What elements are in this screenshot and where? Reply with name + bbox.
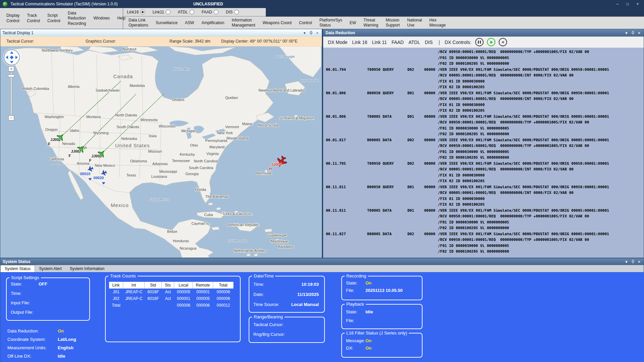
- zoom-in-button[interactable]: +: [8, 66, 14, 71]
- panel-close-icon[interactable]: ×: [636, 30, 642, 36]
- dx-stop-button[interactable]: ×: [499, 38, 507, 46]
- toolbar-button-ew[interactable]: EW: [346, 20, 360, 25]
- panel-menu-icon[interactable]: ▾: [623, 259, 630, 264]
- group-row: Time Source:Local Manual: [249, 302, 324, 309]
- toolbar-button-threat[interactable]: Threat Warning: [360, 18, 382, 28]
- table-row[interactable]: J02JREAP-C6016FAct000001000005000006: [109, 295, 234, 302]
- map-label-nevada: Nevada: [62, 142, 75, 146]
- toolbar-button-information[interactable]: Information Management: [228, 18, 259, 28]
- tactical-display-panel: Tactical Display 1 ▾ × Tactical Cursor: …: [0, 29, 322, 258]
- tab-system-information[interactable]: System Information: [66, 265, 108, 272]
- close-icon[interactable]: ×: [633, 0, 643, 8]
- panel-menu-icon[interactable]: ▾: [623, 30, 630, 36]
- pin-icon[interactable]: [630, 259, 636, 264]
- panel-close-icon[interactable]: ×: [314, 30, 320, 36]
- zoom-out-button[interactable]: −: [8, 115, 14, 120]
- radio-faad[interactable]: FAAD: [202, 10, 218, 14]
- pan-right-icon[interactable]: [15, 56, 18, 59]
- tactical-map[interactable]: Northwest TerritoryNunavutHudson BayDavi…: [0, 46, 322, 258]
- tab-system-status[interactable]: System Status: [0, 265, 35, 272]
- log-time: 00.01.806: [326, 91, 346, 95]
- log-text: /F02 ID 0000100205 VL 0000000000: [438, 226, 509, 230]
- radio-circle-icon[interactable]: [214, 10, 218, 14]
- column-header-sts: Sts: [162, 282, 174, 289]
- panel-menu-icon[interactable]: ▾: [301, 30, 308, 36]
- log-line: /RCV 00005:00001:00001/REQ 0000000000/IN…: [323, 190, 644, 196]
- panel-close-icon[interactable]: ×: [636, 259, 642, 264]
- toolbar-button-amplification[interactable]: Amplification: [198, 20, 228, 25]
- dx-tab-dis[interactable]: DIS: [425, 40, 433, 45]
- radio-dis[interactable]: DIS: [226, 10, 239, 14]
- log-line: 00.11.811T00005 DATAD0100000/VER IEEE V9…: [323, 208, 644, 214]
- menu-item-script[interactable]: Script Control: [44, 13, 64, 23]
- pin-icon[interactable]: [630, 30, 636, 36]
- dx-tab-faad[interactable]: FAAD: [392, 40, 404, 45]
- dx-tab-atdl[interactable]: ATDL: [408, 40, 420, 45]
- log-text: /F01 ID 0000030000 VL 0000000005: [438, 244, 509, 248]
- system-status-panel: System Status ▾ × System StatusSystem Al…: [0, 258, 644, 362]
- map-label-quebec: Quebec: [225, 96, 238, 100]
- column-header-std: Std: [145, 282, 162, 289]
- map-label-iowa: Iowa: [149, 134, 157, 138]
- map-label-ontario: Ontario: [172, 98, 184, 102]
- menu-item-track[interactable]: Track Control: [23, 13, 44, 23]
- log-text: /VER IEEE V98/EX 001/FAM Simulate/SEC 00…: [438, 91, 609, 95]
- pan-compass[interactable]: [4, 49, 20, 65]
- field-label: Message:: [346, 338, 365, 343]
- log-text: /FIX 01 ID 0000030000: [438, 103, 485, 107]
- map-label-nunavut: Nunavut: [122, 47, 136, 51]
- log-line: /FIX 01 ID 0000030000: [323, 196, 644, 202]
- toolbar-button-mission[interactable]: Mission Support: [382, 18, 403, 28]
- dx-tab-link-11[interactable]: Link 11: [372, 40, 387, 45]
- system-status-tabs: System StatusSystem AlertSystem Informat…: [0, 265, 644, 272]
- toolbar-button-surveillance[interactable]: Surveillance: [152, 20, 181, 25]
- pan-up-icon[interactable]: [10, 51, 13, 54]
- dx-pause-button[interactable]: [475, 38, 484, 46]
- field-label: Coordinate System:: [7, 337, 46, 342]
- log-text: /VER IEEE V98/EX 001/FAM Simulate/SEC 00…: [438, 185, 609, 189]
- radio-link16[interactable]: Link16: [127, 10, 145, 14]
- toolbar-button-asw[interactable]: ASW: [181, 20, 198, 25]
- zoom-slider-handle[interactable]: [8, 74, 14, 77]
- pin-icon[interactable]: [308, 30, 314, 36]
- log-line: /F02 ID 0000100205 VL 0000000000: [323, 132, 644, 138]
- toolbar-button-platform-sys[interactable]: Platform/Sys Status: [316, 18, 346, 28]
- pan-left-icon[interactable]: [6, 56, 8, 59]
- menu-item-display[interactable]: Display Control: [3, 13, 23, 23]
- table-row[interactable]: J01JREAP-C6016FAct000005000001000006: [109, 289, 234, 295]
- minimize-icon[interactable]: ─: [612, 0, 623, 8]
- tacsim-window: Tactical Communications Simulator (TacSI…: [0, 0, 644, 362]
- zoom-slider-track[interactable]: [10, 72, 12, 115]
- map-label-st-pierre-miquelon: St. Pierre & Miquelon: [279, 116, 314, 120]
- dx-play-button[interactable]: [487, 38, 495, 46]
- toolbar-button-weapons-coord[interactable]: Weapons Coord: [259, 20, 296, 25]
- pan-down-icon[interactable]: [10, 61, 13, 63]
- maximize-icon[interactable]: □: [623, 0, 633, 8]
- radio-atdl[interactable]: ATDL: [178, 10, 194, 14]
- field-label: Input File:: [11, 300, 30, 305]
- field-value: Idle: [58, 354, 65, 359]
- toolbar-button-hex[interactable]: Hex Message: [426, 18, 449, 28]
- dx-tab-dx-mode[interactable]: DX Mode: [328, 40, 347, 45]
- toolbar-button-data-link[interactable]: Data Link Operations: [125, 18, 152, 28]
- menu-item-windows[interactable]: Windows: [90, 16, 113, 21]
- track-type-jj007: F: [68, 154, 71, 158]
- map-label-maryland: Maryland: [209, 145, 225, 149]
- tab-system-alert[interactable]: System Alert: [35, 265, 65, 272]
- radio-link11[interactable]: Link11: [152, 10, 170, 14]
- dx-message-log[interactable]: /RCV 00950:00001:00001/REQ 0000000000/TY…: [323, 48, 644, 258]
- pan-center-icon[interactable]: [10, 55, 13, 59]
- table-row[interactable]: Total000006000006000012: [109, 302, 234, 309]
- map-label-canada: Canada: [113, 73, 133, 79]
- toolbar-button-control[interactable]: Control: [295, 20, 316, 25]
- radio-circle-icon[interactable]: [140, 10, 145, 14]
- radio-circle-icon[interactable]: [234, 10, 239, 14]
- table-cell: JREAP-C: [123, 289, 145, 295]
- log-line: /FIX 02 ID 0000100205: [323, 85, 644, 91]
- radio-circle-icon[interactable]: [190, 10, 194, 14]
- log-line: 00.11.811R00950 QUERYD0100000/VER IEEE V…: [323, 185, 644, 191]
- toolbar-button-national[interactable]: National Use: [403, 18, 426, 28]
- radio-circle-icon[interactable]: [166, 10, 170, 14]
- menu-item-data-reduction[interactable]: Data Reduction Recording: [64, 11, 90, 27]
- dx-tab-link-16[interactable]: Link 16: [352, 40, 367, 45]
